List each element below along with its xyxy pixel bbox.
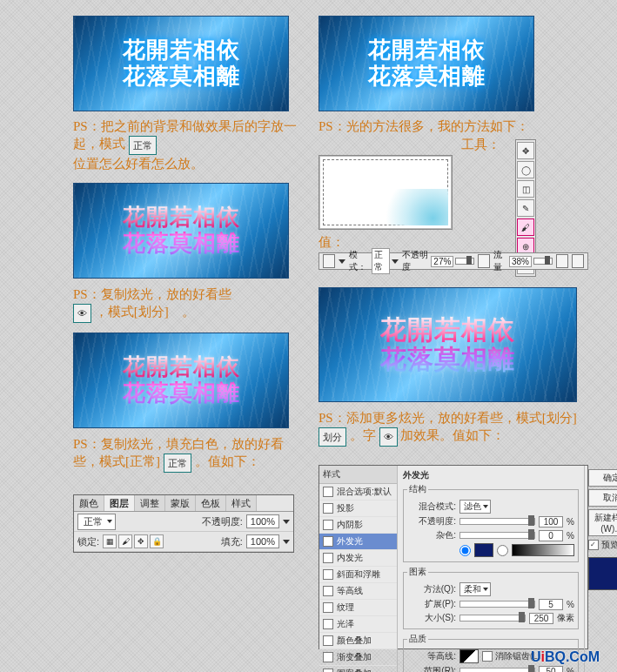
- fx-list-header: 样式: [319, 466, 397, 484]
- eye-icon: 👁: [73, 304, 91, 323]
- tab-color[interactable]: 颜色: [74, 495, 104, 511]
- note1-text: PS：把之前的背景和做效果后的字放一起，模式: [73, 119, 297, 151]
- lock-pixels-icon[interactable]: 🖌: [118, 534, 132, 548]
- blend-mode-dropdown[interactable]: 正常: [77, 514, 116, 530]
- fx-item-checkbox[interactable]: [323, 635, 333, 646]
- gradient-radio[interactable]: [497, 545, 508, 556]
- new-style-button[interactable]: 新建样式(W)...: [588, 509, 617, 536]
- tool-brush[interactable]: 🖌: [517, 218, 534, 236]
- range-slider[interactable]: [459, 668, 535, 672]
- size-slider[interactable]: [459, 615, 526, 622]
- lock-transparency-icon[interactable]: ▦: [103, 534, 117, 548]
- dropdown-icon[interactable]: [283, 540, 290, 544]
- fx-item-checkbox[interactable]: [323, 586, 333, 596]
- tab-adjust[interactable]: 调整: [135, 495, 165, 511]
- fx-item-6[interactable]: 等高线: [319, 583, 397, 600]
- color-radio[interactable]: [459, 545, 471, 556]
- tab-layers[interactable]: 图层: [104, 495, 135, 511]
- dropdown-icon[interactable]: [392, 259, 399, 264]
- fx-item-2[interactable]: 内阴影: [319, 517, 397, 534]
- fill-value[interactable]: 100%: [246, 534, 279, 548]
- fx-item-checkbox[interactable]: [323, 669, 333, 672]
- fx-item-7[interactable]: 纹理: [319, 600, 397, 616]
- dropdown-icon[interactable]: [283, 520, 290, 524]
- fx-item-checkbox[interactable]: [323, 619, 333, 629]
- cancel-button[interactable]: 取消: [588, 489, 617, 507]
- fx-item-1[interactable]: 投影: [319, 501, 397, 517]
- size-value[interactable]: 250: [529, 613, 553, 624]
- dropdown-icon[interactable]: [339, 259, 345, 264]
- ok-button[interactable]: 确定: [588, 469, 617, 487]
- lock-all-icon[interactable]: 🔒: [150, 534, 164, 548]
- fx-item-3[interactable]: 外发光: [319, 534, 397, 550]
- banner-top-right: 花開若相依 花落莫相離: [319, 16, 534, 111]
- glow-color-swatch[interactable]: [474, 543, 493, 557]
- fx-item-0[interactable]: 混合选项:默认: [319, 484, 397, 501]
- tool-move[interactable]: ✥: [517, 142, 534, 159]
- banner-line1: 花開若相依: [368, 37, 486, 63]
- glow-gradient-swatch[interactable]: [512, 544, 574, 556]
- note5c-text: 。值如下：: [195, 454, 260, 468]
- banner-line1: 花開若相依: [123, 354, 240, 380]
- fill-label: 填充:: [221, 535, 243, 548]
- fx-item-checkbox[interactable]: [323, 652, 333, 662]
- fx-item-label: 斜面和浮雕: [337, 568, 380, 581]
- lock-position-icon[interactable]: ✥: [134, 534, 148, 548]
- tab-swatch[interactable]: 色板: [196, 495, 226, 511]
- fx-item-8[interactable]: 光泽: [319, 616, 397, 633]
- banner-mid-right: 花開若相依 花落莫相離: [319, 287, 577, 402]
- group-structure: 结构 混合模式: 滤色 不透明度: .slid::after{left:calc…: [403, 483, 579, 562]
- method-select[interactable]: 柔和: [459, 582, 491, 596]
- banner-line1: 花開若相依: [123, 205, 240, 230]
- fx-item-checkbox[interactable]: [323, 487, 333, 497]
- banner-line1: 花開若相依: [380, 315, 515, 344]
- tablet-pressure-opacity-icon[interactable]: [478, 254, 490, 268]
- fx-noise-slider[interactable]: [459, 532, 535, 539]
- tablet-pressure-size-icon[interactable]: [572, 254, 584, 268]
- tag-mode-normal: 正常: [129, 136, 157, 155]
- blendmode-select[interactable]: 滤色: [459, 500, 491, 514]
- fx-item-9[interactable]: 颜色叠加: [319, 633, 397, 649]
- tool-eyedrop[interactable]: ✎: [517, 199, 534, 217]
- range-value[interactable]: 50: [539, 666, 563, 673]
- unit-pct: %: [567, 600, 574, 609]
- fx-item-10[interactable]: 渐变叠加: [319, 649, 397, 666]
- preview-checkbox[interactable]: [588, 540, 599, 550]
- tab-mask[interactable]: 蒙版: [165, 495, 196, 511]
- flow-slider[interactable]: [533, 258, 553, 265]
- fx-opacity-value[interactable]: 100: [539, 516, 563, 528]
- opacity-value[interactable]: 27%: [431, 256, 453, 267]
- tool-lasso[interactable]: ◯: [517, 161, 534, 178]
- opacity-slider[interactable]: [455, 258, 474, 265]
- tab-styles[interactable]: 样式: [226, 495, 257, 511]
- airbrush-icon[interactable]: [556, 254, 568, 268]
- brush-preset-icon[interactable]: [323, 254, 335, 268]
- fx-item-checkbox[interactable]: [323, 520, 333, 530]
- mode-value[interactable]: 正常: [372, 248, 391, 274]
- fx-item-11[interactable]: 图案叠加: [319, 666, 397, 672]
- layer-mode-row: 正常 不透明度: 100%: [74, 512, 293, 532]
- fx-item-checkbox[interactable]: [323, 536, 333, 547]
- spread-slider[interactable]: [459, 601, 535, 608]
- fx-item-checkbox[interactable]: [323, 569, 333, 580]
- fx-item-label: 渐变叠加: [337, 651, 372, 663]
- spread-value[interactable]: 5: [539, 599, 563, 610]
- opacity-value[interactable]: 100%: [246, 514, 279, 528]
- contour-swatch[interactable]: [459, 649, 479, 663]
- flow-value[interactable]: 38%: [509, 256, 532, 267]
- fx-item-checkbox[interactable]: [323, 553, 333, 563]
- brush-options-bar: 模式： 正常 不透明度 27% 流量 38%: [319, 252, 588, 270]
- tool-crop[interactable]: ◫: [517, 180, 534, 198]
- fx-item-5[interactable]: 斜面和浮雕: [319, 567, 397, 583]
- fx-item-checkbox[interactable]: [323, 503, 333, 514]
- fx-item-4[interactable]: 内发光: [319, 550, 397, 567]
- fx-item-checkbox[interactable]: [323, 602, 333, 613]
- wm-rest: BQ.CoM: [545, 649, 600, 664]
- fx-settings: 外发光 结构 混合模式: 滤色 不透明度: .slid::after{left:…: [398, 466, 584, 672]
- antialias-checkbox[interactable]: [482, 651, 493, 662]
- fx-noise-value[interactable]: 0: [539, 530, 563, 541]
- range-label: 范围(R):: [407, 665, 456, 672]
- note3b-prefix: ，模式[: [95, 305, 138, 319]
- fx-opacity-slider[interactable]: .slid::after{left:calc(100% - 7px);}: [459, 518, 535, 525]
- fx-item-label: 光泽: [337, 618, 354, 630]
